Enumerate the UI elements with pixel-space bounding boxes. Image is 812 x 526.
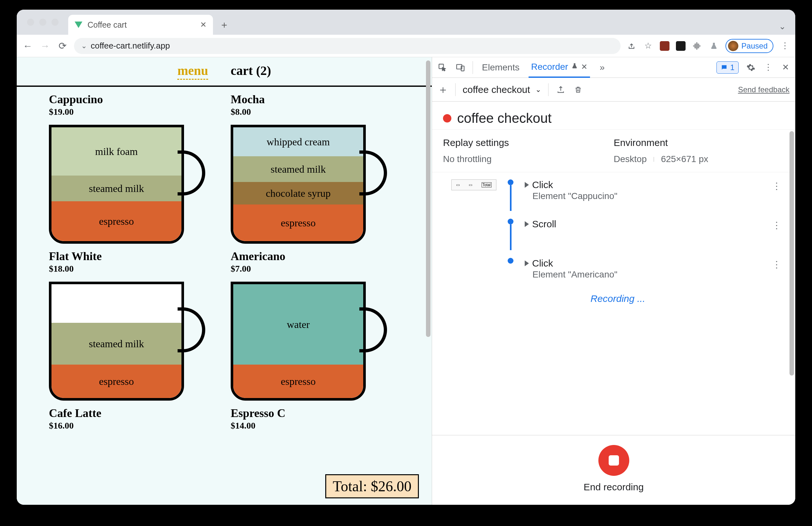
window-controls bbox=[21, 10, 64, 35]
nav-cart-link[interactable]: cart (2) bbox=[231, 63, 271, 80]
tab-elements[interactable]: Elements bbox=[479, 58, 522, 77]
step-row[interactable]: Click Element "Americano" ⋮ bbox=[451, 254, 784, 284]
close-tab-icon[interactable]: ✕ bbox=[200, 20, 206, 29]
minimize-window-icon[interactable] bbox=[39, 19, 46, 26]
browser-tab[interactable]: Coffee cart ✕ bbox=[68, 15, 213, 35]
address-bar[interactable]: ⌄ coffee-cart.netlify.app bbox=[74, 38, 621, 54]
stop-icon bbox=[609, 455, 619, 466]
step-subtitle: Element "Americano" bbox=[533, 269, 759, 280]
content-area: menu cart (2) Cappucino $19.00 milk foam… bbox=[17, 57, 795, 505]
cup-layer bbox=[52, 284, 182, 323]
timeline-bullet-icon bbox=[508, 258, 513, 264]
flask-icon bbox=[571, 62, 578, 71]
end-recording-label: End recording bbox=[584, 482, 644, 493]
recording-selector-label: coffee checkout bbox=[463, 84, 530, 95]
recorder-toolbar: ＋ coffee checkout ⌄ Send feedback bbox=[432, 78, 795, 102]
record-indicator-icon bbox=[443, 114, 451, 122]
step-menu-icon[interactable]: ⋮ bbox=[769, 258, 784, 271]
product-name: Espresso C bbox=[231, 406, 400, 420]
product-name: Americano bbox=[231, 250, 400, 263]
delete-icon[interactable] bbox=[573, 85, 583, 95]
end-recording-button[interactable] bbox=[598, 445, 629, 476]
devtools-scrollbar[interactable] bbox=[788, 80, 794, 498]
cup-graphic[interactable]: steamed milkespresso bbox=[49, 279, 203, 401]
cup-layer: steamed milk bbox=[52, 176, 182, 201]
url-text: coffee-cart.netlify.app bbox=[91, 41, 170, 51]
send-feedback-link[interactable]: Send feedback bbox=[738, 85, 789, 94]
chevron-down-icon: ⌄ bbox=[535, 86, 541, 94]
close-window-icon[interactable] bbox=[27, 19, 34, 26]
back-button[interactable]: ← bbox=[22, 40, 33, 52]
tab-recorder-label: Recorder bbox=[531, 62, 568, 72]
expand-caret-icon[interactable] bbox=[525, 260, 529, 266]
total-chip[interactable]: Total: $26.00 bbox=[325, 474, 419, 498]
site-info-icon[interactable]: ⌄ bbox=[81, 42, 87, 50]
settings-icon[interactable] bbox=[746, 62, 756, 73]
environment-settings[interactable]: Environment Desktop | 625×671 px bbox=[614, 137, 785, 164]
close-devtools-icon[interactable]: ✕ bbox=[781, 62, 791, 73]
recording-selector[interactable]: coffee checkout ⌄ bbox=[463, 84, 541, 95]
extension-icon-2[interactable] bbox=[676, 41, 685, 51]
device-toggle-icon[interactable] bbox=[454, 62, 466, 73]
add-recording-icon[interactable]: ＋ bbox=[438, 85, 448, 95]
share-icon[interactable] bbox=[626, 41, 637, 51]
browser-window: Coffee cart ✕ ＋ ⌄ ← → ⟳ ⌄ coffee-cart.ne… bbox=[17, 10, 795, 505]
replay-heading: Replay settings bbox=[443, 137, 614, 148]
devtools-menu-icon[interactable]: ⋮ bbox=[763, 62, 773, 73]
product-card: Americano $7.00 waterespresso bbox=[231, 250, 400, 401]
settings-row: Replay settings No throttling Environmen… bbox=[432, 130, 795, 172]
cup-graphic[interactable]: waterespresso bbox=[231, 279, 385, 401]
page-scrollbar[interactable] bbox=[425, 57, 431, 505]
forward-button[interactable]: → bbox=[39, 40, 51, 52]
labs-icon[interactable] bbox=[709, 41, 719, 51]
kebab-menu-icon[interactable]: ⋮ bbox=[780, 41, 790, 51]
step-row[interactable]: ▭▭Total Click Element "Cappucino" ⋮ bbox=[451, 176, 784, 215]
product-card: Cafe Latte $16.00 bbox=[49, 406, 218, 435]
step-menu-icon[interactable]: ⋮ bbox=[769, 179, 784, 193]
messages-badge[interactable]: 1 bbox=[716, 61, 739, 74]
cup-graphic[interactable]: milk foamsteamed milkespresso bbox=[49, 122, 203, 244]
product-card: Mocha $8.00 whipped creamsteamed milkcho… bbox=[231, 93, 400, 244]
new-tab-button[interactable]: ＋ bbox=[216, 17, 232, 33]
product-price: $7.00 bbox=[231, 264, 400, 274]
cup-layer: whipped cream bbox=[233, 127, 363, 156]
cup-graphic[interactable]: whipped creamsteamed milkchocolate syrup… bbox=[231, 122, 385, 244]
environment-device: Desktop bbox=[614, 154, 647, 164]
product-price: $19.00 bbox=[49, 107, 218, 117]
total-text: Total: $26.00 bbox=[333, 478, 411, 495]
step-menu-icon[interactable]: ⋮ bbox=[769, 219, 784, 232]
recording-name: coffee checkout bbox=[457, 110, 551, 126]
nav-menu-link[interactable]: menu bbox=[177, 63, 208, 80]
step-row[interactable]: Scroll ⋮ bbox=[451, 215, 784, 254]
extensions-icon[interactable] bbox=[692, 41, 702, 51]
tab-title: Coffee cart bbox=[87, 20, 195, 30]
cup-layer: chocolate syrup bbox=[233, 182, 363, 205]
expand-caret-icon[interactable] bbox=[525, 221, 529, 227]
cup-layer: espresso bbox=[233, 205, 363, 241]
export-icon[interactable] bbox=[555, 85, 566, 95]
paused-label: Paused bbox=[741, 42, 768, 50]
inspect-icon[interactable] bbox=[437, 62, 448, 73]
chevron-down-icon[interactable]: ⌄ bbox=[777, 21, 787, 31]
step-type: Click bbox=[532, 258, 553, 269]
page-scrollbar-thumb[interactable] bbox=[426, 60, 431, 337]
steps-list: ▭▭Total Click Element "Cappucino" ⋮ Scro… bbox=[432, 172, 795, 435]
product-name: Flat White bbox=[49, 250, 218, 263]
maximize-window-icon[interactable] bbox=[52, 19, 59, 26]
cup-layer: espresso bbox=[52, 201, 182, 241]
product-name: Cappucino bbox=[49, 93, 218, 106]
step-type: Click bbox=[532, 179, 553, 190]
extension-icon-1[interactable] bbox=[660, 41, 669, 51]
page-nav: menu cart (2) bbox=[17, 57, 432, 87]
devtools-scrollbar-thumb[interactable] bbox=[789, 131, 794, 376]
more-tabs-icon[interactable]: » bbox=[596, 62, 608, 73]
product-card: Espresso C $14.00 bbox=[231, 406, 400, 435]
bookmark-icon[interactable]: ☆ bbox=[643, 41, 653, 51]
tab-recorder[interactable]: Recorder ✕ bbox=[528, 57, 590, 78]
replay-settings[interactable]: Replay settings No throttling bbox=[443, 137, 614, 164]
reload-button[interactable]: ⟳ bbox=[57, 40, 68, 52]
cup-layer: milk foam bbox=[52, 127, 182, 176]
close-panel-icon[interactable]: ✕ bbox=[581, 62, 588, 71]
expand-caret-icon[interactable] bbox=[525, 182, 529, 188]
profile-paused-chip[interactable]: Paused bbox=[725, 39, 773, 53]
